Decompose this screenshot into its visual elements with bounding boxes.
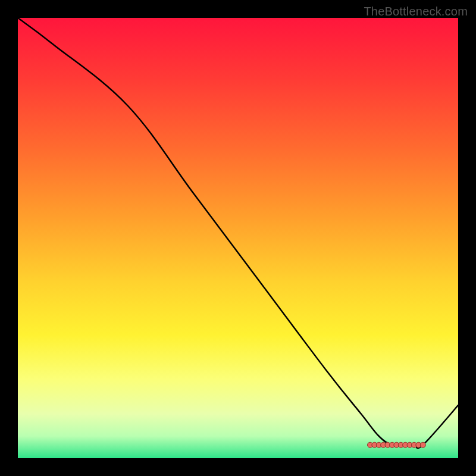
marker-layer <box>368 442 426 447</box>
plot-background <box>18 18 458 458</box>
watermark-text: TheBottleneck.com <box>364 5 468 18</box>
chart-plot <box>18 18 458 458</box>
marker-dot <box>420 442 425 447</box>
chart-svg <box>18 18 458 458</box>
chart-frame: TheBottleneck.com <box>0 0 476 476</box>
